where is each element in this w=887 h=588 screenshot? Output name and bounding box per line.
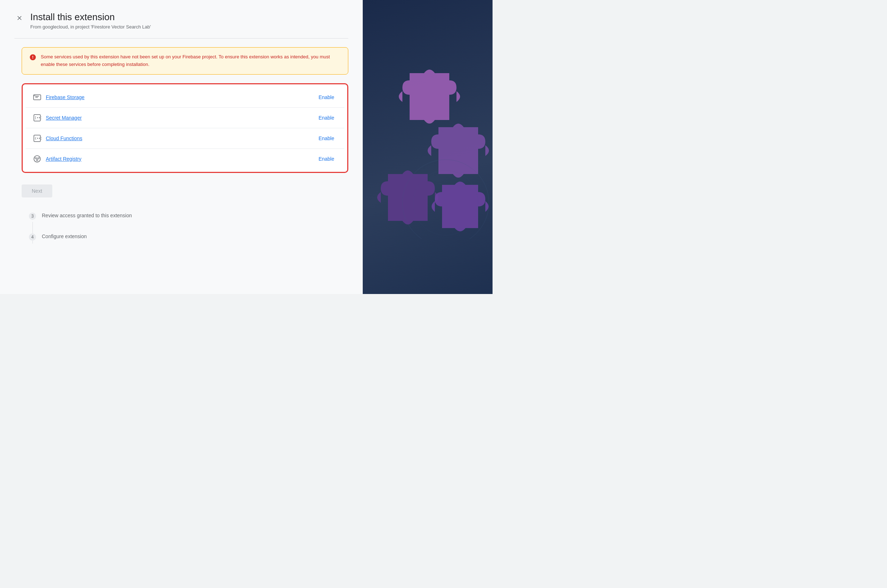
secret-manager-enable-button[interactable]: Enable xyxy=(316,114,337,122)
step-3-number: 3 xyxy=(29,213,36,220)
header-divider xyxy=(14,38,348,39)
left-panel: Install this extension From googlecloud,… xyxy=(0,0,363,294)
cloud-functions-icon: {••} xyxy=(33,134,42,142)
firebase-storage-link[interactable]: Firebase Storage xyxy=(46,94,84,100)
step-item-3: 3 Review access granted to this extensio… xyxy=(29,212,348,233)
service-item-cloud-functions: {••} Cloud Functions Enable xyxy=(26,128,344,149)
steps-list: 3 Review access granted to this extensio… xyxy=(22,212,348,254)
service-left: Firebase Storage xyxy=(33,93,84,102)
service-item-artifact-registry: Artifact Registry Enable xyxy=(26,149,344,169)
artifact-registry-enable-button[interactable]: Enable xyxy=(316,154,337,163)
svg-rect-5 xyxy=(34,95,35,96)
service-item-secret-manager: [••] Secret Manager Enable xyxy=(26,108,344,128)
right-panel xyxy=(363,0,493,294)
page-subtitle: From googlecloud, in project 'Firestore … xyxy=(30,24,151,30)
svg-text:!: ! xyxy=(32,55,33,60)
warning-text: Some services used by this extension hav… xyxy=(41,53,341,69)
service-item-firebase-storage: Firebase Storage Enable xyxy=(26,87,344,108)
puzzle-svg xyxy=(374,66,489,239)
svg-text:{••}: {••} xyxy=(35,136,42,140)
cloud-functions-link[interactable]: Cloud Functions xyxy=(46,135,82,141)
artifact-registry-icon xyxy=(33,154,42,163)
storage-icon xyxy=(33,93,42,102)
warning-banner: ! Some services used by this extension h… xyxy=(22,47,348,75)
step-4-number: 4 xyxy=(29,234,36,241)
step-section: ! Some services used by this extension h… xyxy=(14,47,348,254)
services-container: Firebase Storage Enable [••] Secret Mana… xyxy=(22,83,348,173)
page-title: Install this extension xyxy=(30,12,151,23)
puzzle-decoration xyxy=(374,66,482,228)
secret-manager-link[interactable]: Secret Manager xyxy=(46,115,82,121)
step-3-label: Review access granted to this extension xyxy=(42,212,132,233)
firebase-storage-enable-button[interactable]: Enable xyxy=(316,93,337,102)
svg-text:[••]: [••] xyxy=(35,116,42,120)
warning-icon: ! xyxy=(29,54,36,69)
svg-point-11 xyxy=(35,158,36,159)
service-left-2: [••] Secret Manager xyxy=(33,114,82,122)
cloud-functions-enable-button[interactable]: Enable xyxy=(316,134,337,142)
secret-manager-icon: [••] xyxy=(33,114,42,122)
step-item-4: 4 Configure extension xyxy=(29,233,348,254)
step-4-label: Configure extension xyxy=(42,233,87,254)
artifact-registry-link[interactable]: Artifact Registry xyxy=(46,156,81,162)
close-button[interactable] xyxy=(14,13,24,25)
next-button[interactable]: Next xyxy=(22,184,52,198)
header-text: Install this extension From googlecloud,… xyxy=(30,12,151,30)
header: Install this extension From googlecloud,… xyxy=(14,12,348,30)
svg-point-12 xyxy=(38,158,39,159)
service-left-3: {••} Cloud Functions xyxy=(33,134,82,142)
service-left-4: Artifact Registry xyxy=(33,154,81,163)
